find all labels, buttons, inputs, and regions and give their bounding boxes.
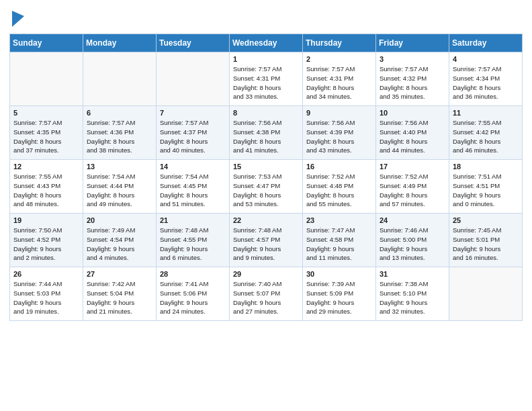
- day-number: 29: [233, 270, 300, 278]
- day-cell: 4Sunrise: 7:57 AM Sunset: 4:34 PM Daylig…: [449, 52, 523, 106]
- day-cell: 24Sunrise: 7:46 AM Sunset: 5:00 PM Dayli…: [376, 214, 449, 267]
- day-info: Sunrise: 7:50 AM Sunset: 4:52 PM Dayligh…: [13, 226, 80, 263]
- day-cell: 14Sunrise: 7:54 AM Sunset: 4:45 PM Dayli…: [157, 160, 230, 214]
- day-number: 16: [306, 163, 373, 171]
- day-number: 12: [13, 163, 80, 171]
- day-info: Sunrise: 7:56 AM Sunset: 4:40 PM Dayligh…: [380, 118, 446, 155]
- day-info: Sunrise: 7:45 AM Sunset: 5:01 PM Dayligh…: [453, 226, 519, 263]
- day-info: Sunrise: 7:47 AM Sunset: 4:58 PM Dayligh…: [306, 226, 373, 263]
- day-info: Sunrise: 7:39 AM Sunset: 5:09 PM Dayligh…: [306, 279, 373, 316]
- day-info: Sunrise: 7:53 AM Sunset: 4:47 PM Dayligh…: [233, 172, 300, 209]
- day-cell: 22Sunrise: 7:48 AM Sunset: 4:57 PM Dayli…: [230, 214, 303, 267]
- weekday-header-tuesday: Tuesday: [157, 34, 230, 52]
- day-cell: 5Sunrise: 7:57 AM Sunset: 4:35 PM Daylig…: [10, 106, 83, 160]
- day-info: Sunrise: 7:40 AM Sunset: 5:07 PM Dayligh…: [233, 279, 300, 316]
- week-row-4: 19Sunrise: 7:50 AM Sunset: 4:52 PM Dayli…: [10, 214, 523, 267]
- weekday-header-saturday: Saturday: [449, 34, 523, 52]
- day-info: Sunrise: 7:54 AM Sunset: 4:45 PM Dayligh…: [160, 172, 226, 209]
- day-cell: 1Sunrise: 7:57 AM Sunset: 4:31 PM Daylig…: [230, 52, 303, 106]
- day-cell: 19Sunrise: 7:50 AM Sunset: 4:52 PM Dayli…: [10, 214, 83, 267]
- day-cell: 7Sunrise: 7:57 AM Sunset: 4:37 PM Daylig…: [157, 106, 230, 160]
- day-number: 21: [160, 216, 226, 224]
- day-number: 18: [453, 163, 519, 171]
- day-cell: 15Sunrise: 7:53 AM Sunset: 4:47 PM Dayli…: [230, 160, 303, 214]
- day-info: Sunrise: 7:56 AM Sunset: 4:39 PM Dayligh…: [306, 118, 373, 155]
- day-info: Sunrise: 7:52 AM Sunset: 4:49 PM Dayligh…: [380, 172, 446, 209]
- day-number: 31: [380, 270, 446, 278]
- day-info: Sunrise: 7:57 AM Sunset: 4:31 PM Dayligh…: [233, 64, 300, 101]
- day-info: Sunrise: 7:38 AM Sunset: 5:10 PM Dayligh…: [380, 279, 446, 316]
- week-row-2: 5Sunrise: 7:57 AM Sunset: 4:35 PM Daylig…: [10, 106, 523, 160]
- day-cell: 25Sunrise: 7:45 AM Sunset: 5:01 PM Dayli…: [449, 214, 523, 267]
- day-number: 11: [453, 109, 519, 117]
- day-info: Sunrise: 7:49 AM Sunset: 4:54 PM Dayligh…: [87, 226, 153, 263]
- day-cell: 8Sunrise: 7:56 AM Sunset: 4:38 PM Daylig…: [230, 106, 303, 160]
- day-cell: 18Sunrise: 7:51 AM Sunset: 4:51 PM Dayli…: [449, 160, 523, 214]
- day-number: 8: [233, 109, 300, 117]
- day-number: 10: [380, 109, 446, 117]
- day-cell: 16Sunrise: 7:52 AM Sunset: 4:48 PM Dayli…: [303, 160, 376, 214]
- day-cell: 21Sunrise: 7:48 AM Sunset: 4:55 PM Dayli…: [157, 214, 230, 267]
- day-cell: 29Sunrise: 7:40 AM Sunset: 5:07 PM Dayli…: [230, 267, 303, 321]
- day-cell: [83, 52, 157, 106]
- day-cell: 9Sunrise: 7:56 AM Sunset: 4:39 PM Daylig…: [303, 106, 376, 160]
- week-row-3: 12Sunrise: 7:55 AM Sunset: 4:43 PM Dayli…: [10, 160, 523, 214]
- weekday-header-row: SundayMondayTuesdayWednesdayThursdayFrid…: [10, 34, 523, 52]
- day-cell: 20Sunrise: 7:49 AM Sunset: 4:54 PM Dayli…: [83, 214, 157, 267]
- week-row-5: 26Sunrise: 7:44 AM Sunset: 5:03 PM Dayli…: [10, 267, 523, 321]
- day-number: 26: [13, 270, 80, 278]
- calendar-table: SundayMondayTuesdayWednesdayThursdayFrid…: [9, 34, 523, 321]
- day-cell: [10, 52, 83, 106]
- day-info: Sunrise: 7:42 AM Sunset: 5:04 PM Dayligh…: [87, 279, 153, 316]
- day-number: 22: [233, 216, 300, 224]
- day-cell: 3Sunrise: 7:57 AM Sunset: 4:32 PM Daylig…: [376, 52, 449, 106]
- day-number: 2: [306, 55, 373, 63]
- day-info: Sunrise: 7:57 AM Sunset: 4:35 PM Dayligh…: [13, 118, 80, 155]
- day-number: 4: [453, 55, 519, 63]
- day-cell: 23Sunrise: 7:47 AM Sunset: 4:58 PM Dayli…: [303, 214, 376, 267]
- weekday-header-friday: Friday: [376, 34, 449, 52]
- day-cell: 26Sunrise: 7:44 AM Sunset: 5:03 PM Dayli…: [10, 267, 83, 321]
- day-cell: 13Sunrise: 7:54 AM Sunset: 4:44 PM Dayli…: [83, 160, 157, 214]
- week-row-1: 1Sunrise: 7:57 AM Sunset: 4:31 PM Daylig…: [10, 52, 523, 106]
- day-info: Sunrise: 7:46 AM Sunset: 5:00 PM Dayligh…: [380, 226, 446, 263]
- day-info: Sunrise: 7:41 AM Sunset: 5:06 PM Dayligh…: [160, 279, 226, 316]
- day-info: Sunrise: 7:55 AM Sunset: 4:43 PM Dayligh…: [13, 172, 80, 209]
- day-cell: [157, 52, 230, 106]
- day-cell: 30Sunrise: 7:39 AM Sunset: 5:09 PM Dayli…: [303, 267, 376, 321]
- logo: [9, 9, 26, 28]
- day-info: Sunrise: 7:57 AM Sunset: 4:32 PM Dayligh…: [380, 64, 446, 101]
- day-info: Sunrise: 7:48 AM Sunset: 4:57 PM Dayligh…: [233, 226, 300, 263]
- day-number: 3: [380, 55, 446, 63]
- calendar-page: SundayMondayTuesdayWednesdayThursdayFrid…: [0, 0, 532, 411]
- day-info: Sunrise: 7:48 AM Sunset: 4:55 PM Dayligh…: [160, 226, 226, 263]
- day-cell: 11Sunrise: 7:55 AM Sunset: 4:42 PM Dayli…: [449, 106, 523, 160]
- day-cell: 2Sunrise: 7:57 AM Sunset: 4:31 PM Daylig…: [303, 52, 376, 106]
- logo-icon: [11, 9, 26, 28]
- weekday-header-wednesday: Wednesday: [230, 34, 303, 52]
- day-cell: 31Sunrise: 7:38 AM Sunset: 5:10 PM Dayli…: [376, 267, 449, 321]
- day-info: Sunrise: 7:57 AM Sunset: 4:37 PM Dayligh…: [160, 118, 226, 155]
- day-number: 5: [13, 109, 80, 117]
- day-info: Sunrise: 7:54 AM Sunset: 4:44 PM Dayligh…: [87, 172, 153, 209]
- day-info: Sunrise: 7:57 AM Sunset: 4:34 PM Dayligh…: [453, 64, 519, 101]
- weekday-header-monday: Monday: [83, 34, 157, 52]
- day-number: 7: [160, 109, 226, 117]
- weekday-header-sunday: Sunday: [10, 34, 83, 52]
- day-cell: 12Sunrise: 7:55 AM Sunset: 4:43 PM Dayli…: [10, 160, 83, 214]
- day-number: 14: [160, 163, 226, 171]
- weekday-header-thursday: Thursday: [303, 34, 376, 52]
- day-info: Sunrise: 7:51 AM Sunset: 4:51 PM Dayligh…: [453, 172, 519, 209]
- day-cell: 27Sunrise: 7:42 AM Sunset: 5:04 PM Dayli…: [83, 267, 157, 321]
- day-number: 17: [380, 163, 446, 171]
- day-number: 6: [87, 109, 153, 117]
- day-number: 25: [453, 216, 519, 224]
- day-number: 28: [160, 270, 226, 278]
- header: [9, 7, 523, 28]
- day-number: 20: [87, 216, 153, 224]
- day-cell: 10Sunrise: 7:56 AM Sunset: 4:40 PM Dayli…: [376, 106, 449, 160]
- day-info: Sunrise: 7:57 AM Sunset: 4:36 PM Dayligh…: [87, 118, 153, 155]
- day-number: 13: [87, 163, 153, 171]
- day-number: 1: [233, 55, 300, 63]
- day-cell: [449, 267, 523, 321]
